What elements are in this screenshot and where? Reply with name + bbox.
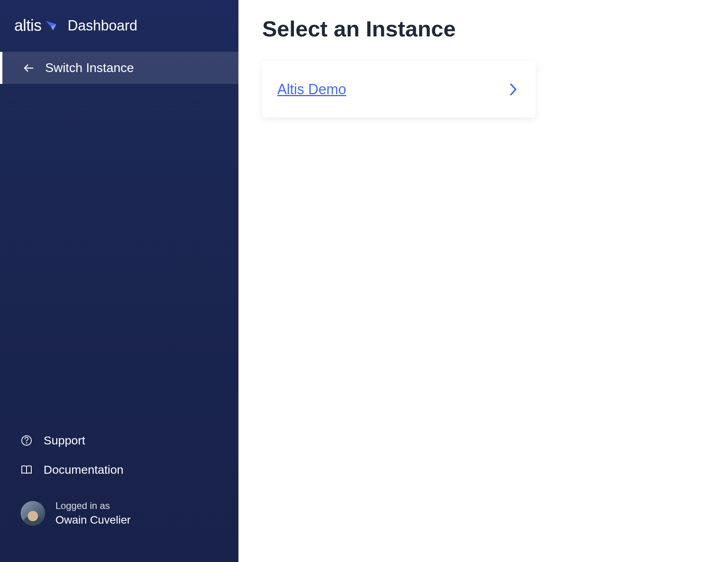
sidebar-header: altis Dashboard: [0, 0, 238, 51]
sidebar-item-documentation[interactable]: Documentation: [21, 455, 218, 484]
arrow-left-icon: [23, 63, 34, 74]
sidebar: altis Dashboard Switch Instance: [0, 0, 238, 562]
main-content: Select an Instance Altis Demo: [238, 0, 728, 562]
user-info: Logged in as Owain Cuvelier: [55, 500, 131, 526]
sidebar-spacer: [0, 84, 238, 426]
user-name: Owain Cuvelier: [55, 514, 131, 526]
book-icon: [21, 464, 32, 476]
sidebar-bottom: Support Documentation Logged in as Owain…: [0, 426, 238, 562]
user-section[interactable]: Logged in as Owain Cuvelier: [21, 484, 218, 550]
sidebar-item-switch-instance[interactable]: Switch Instance: [0, 52, 238, 84]
sidebar-link-label: Documentation: [44, 463, 124, 477]
sidebar-link-label: Support: [44, 434, 85, 447]
paper-plane-icon: [45, 19, 57, 32]
page-title: Select an Instance: [262, 16, 704, 42]
logo[interactable]: altis: [14, 17, 57, 34]
help-circle-icon: [21, 435, 32, 446]
dashboard-title: Dashboard: [68, 17, 137, 34]
sidebar-item-support[interactable]: Support: [21, 426, 218, 455]
avatar: [21, 501, 45, 526]
logo-text: altis: [14, 17, 42, 34]
svg-point-1: [26, 442, 27, 443]
instance-card[interactable]: Altis Demo: [262, 61, 536, 118]
sidebar-item-label: Switch Instance: [45, 61, 134, 75]
chevron-right-icon: [506, 82, 520, 97]
instance-name-link[interactable]: Altis Demo: [277, 81, 346, 98]
logged-in-label: Logged in as: [55, 500, 131, 511]
